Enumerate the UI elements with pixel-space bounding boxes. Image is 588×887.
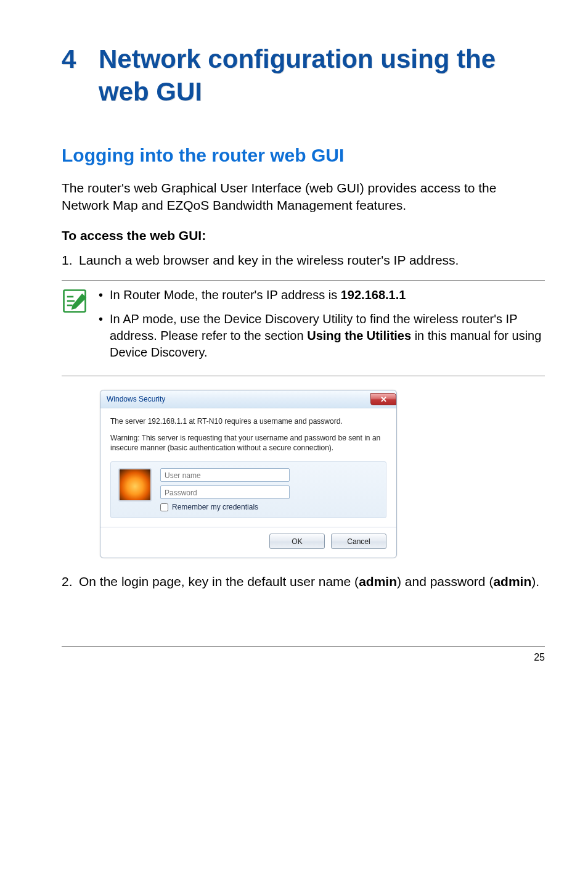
step-1: 1. Launch a web browser and key in the w… xyxy=(62,252,545,269)
step-2: 2. On the login page, key in the default… xyxy=(62,573,545,590)
note-block: In Router Mode, the router's IP address … xyxy=(62,280,545,376)
close-button[interactable]: ✕ xyxy=(370,393,396,405)
step-2-number: 2. xyxy=(62,573,79,590)
remember-label: Remember my credentials xyxy=(172,503,258,511)
cancel-button[interactable]: Cancel xyxy=(331,534,386,549)
remember-checkbox[interactable] xyxy=(160,503,168,511)
close-icon: ✕ xyxy=(380,395,387,403)
note-2-bold: Using the Utilities xyxy=(307,329,411,342)
credential-fields: User name Password Remember my credentia… xyxy=(160,468,378,511)
note-body: In Router Mode, the router's IP address … xyxy=(97,287,545,368)
step-2-user: admin xyxy=(359,574,397,588)
step-2-post: ). xyxy=(531,574,539,588)
remember-credentials[interactable]: Remember my credentials xyxy=(160,503,378,511)
dialog-title: Windows Security xyxy=(107,395,165,403)
step-2-pre: On the login page, key in the default us… xyxy=(79,574,359,588)
step-1-number: 1. xyxy=(62,252,79,269)
notepad-icon-svg xyxy=(62,288,88,314)
password-field[interactable]: Password xyxy=(160,485,290,499)
page-footer: 25 xyxy=(62,646,545,663)
avatar xyxy=(118,468,152,501)
notepad-icon xyxy=(62,287,97,368)
username-field[interactable]: User name xyxy=(160,468,290,482)
dialog-separator xyxy=(100,527,396,527)
chapter-number: 4 xyxy=(62,43,99,108)
page-number: 25 xyxy=(534,652,545,662)
chapter-text: Network configuration using the web GUI xyxy=(99,43,545,108)
subhead: To access the web GUI: xyxy=(62,228,545,243)
dialog-content: The server 192.168.1.1 at RT-N10 require… xyxy=(100,408,396,558)
intro-paragraph: The router's web Graphical User Interfac… xyxy=(62,179,545,215)
dialog-warning: Warning: This server is requesting that … xyxy=(110,433,386,453)
chapter-title: 4 Network configuration using the web GU… xyxy=(62,43,545,108)
step-2-pass: admin xyxy=(493,574,531,588)
credential-area: User name Password Remember my credentia… xyxy=(110,461,386,518)
note-item-1: In Router Mode, the router's IP address … xyxy=(108,287,545,303)
step-2-text: On the login page, key in the default us… xyxy=(79,573,545,590)
ok-button[interactable]: OK xyxy=(269,534,325,549)
dialog-server-line: The server 192.168.1.1 at RT-N10 require… xyxy=(110,417,386,426)
dialog-buttons: OK Cancel xyxy=(110,534,386,549)
note-1-ip: 192.168.1.1 xyxy=(341,288,406,302)
note-item-2: In AP mode, use the Device Discovery Uti… xyxy=(108,311,545,361)
dialog-titlebar[interactable]: Windows Security ✕ xyxy=(100,390,396,408)
step-2-mid: ) and password ( xyxy=(397,574,493,588)
windows-security-dialog: Windows Security ✕ The server 192.168.1.… xyxy=(100,390,397,558)
note-1-pre: In Router Mode, the router's IP address … xyxy=(110,288,341,302)
step-1-text: Launch a web browser and key in the wire… xyxy=(79,252,545,269)
section-title: Logging into the router web GUI xyxy=(62,145,545,166)
